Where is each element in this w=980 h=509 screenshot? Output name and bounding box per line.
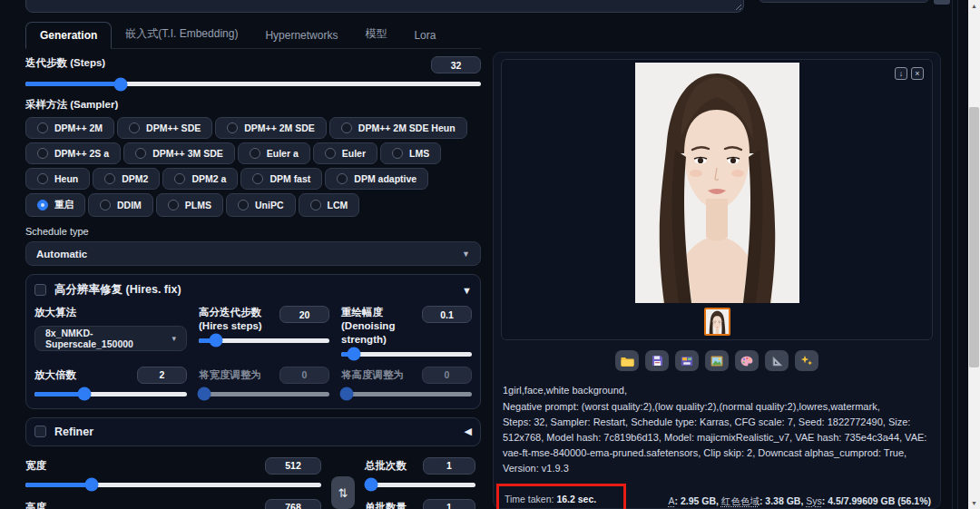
styles-apply-button[interactable] (934, 0, 950, 5)
tab-generation[interactable]: Generation (25, 22, 112, 49)
radio-icon (129, 122, 140, 133)
sampler-option-dpmpp-2m-sde[interactable]: DPM++ 2M SDE (215, 117, 327, 139)
close-gallery-button[interactable]: × (911, 67, 924, 80)
steps-label: 迭代步数 (Steps) (25, 56, 105, 70)
batch-count-input[interactable]: 1 (423, 457, 475, 475)
radio-selected-icon (37, 200, 48, 210)
sampler-option-label: DPM2 a (191, 173, 226, 184)
denoising-slider[interactable] (341, 352, 472, 357)
schedule-type-label: Schedule type (25, 226, 481, 237)
sampler-option-restart[interactable]: 重启 (25, 193, 85, 217)
radio-icon (238, 200, 249, 210)
hires-fix-checkbox[interactable] (34, 284, 46, 296)
swap-dimensions-button[interactable]: ⇅ (331, 476, 355, 509)
resize-width-input: 0 (279, 367, 329, 384)
hires-steps-slider[interactable] (199, 338, 329, 343)
send-to-img2img-button[interactable] (705, 350, 729, 371)
collapse-icon[interactable]: ▼ (462, 285, 472, 296)
page-scrollbar[interactable]: ▲ ▼ (968, 0, 980, 509)
sampler-option-dpmpp-2m-sde-heun[interactable]: DPM++ 2M SDE Heun (329, 117, 467, 139)
batch-size-input[interactable]: 1 (423, 499, 475, 509)
sampler-option-label: DPM adaptive (354, 173, 416, 184)
sampler-option-label: DPM++ 2M SDE Heun (358, 122, 456, 133)
tab-ti-embedding[interactable]: 嵌入式(T.I. Embedding) (112, 20, 251, 48)
radio-icon (341, 122, 352, 133)
scroll-down-icon[interactable]: ▼ (968, 497, 980, 509)
mem-reserved-value: : 3.38 GB, (760, 495, 806, 506)
refiner-checkbox[interactable] (34, 426, 46, 437)
panel-gutter (952, 0, 958, 509)
info-prompt: 1girl,face,white background, (503, 383, 931, 398)
send-to-extras-button[interactable] (765, 350, 789, 371)
upscaler-cell: 放大算法 8x_NMKD-Superscale_150000 ▾ (34, 306, 187, 357)
time-taken-label: Time taken: (505, 494, 554, 504)
sampler-option-plms[interactable]: PLMS (156, 193, 223, 217)
thumbnail-selected[interactable] (704, 308, 730, 336)
sampler-option-dpmpp-2s-a[interactable]: DPM++ 2S a (25, 142, 121, 164)
triangle-ruler-icon (771, 356, 783, 367)
sampler-option-label: Euler (342, 148, 366, 159)
tab-checkpoints[interactable]: 模型 (351, 20, 400, 48)
folder-icon (621, 356, 634, 367)
width-slider[interactable] (25, 483, 321, 487)
sampler-option-heun[interactable]: Heun (25, 168, 90, 190)
steps-value-input[interactable]: 32 (431, 56, 481, 73)
radio-icon (37, 122, 48, 133)
upscaler-dropdown[interactable]: 8x_NMKD-Superscale_150000 ▾ (34, 326, 187, 351)
collapse-left-icon[interactable]: ◀ (465, 426, 472, 437)
sampler-option-ddim[interactable]: DDIM (88, 193, 153, 217)
sampler-option-lcm[interactable]: LCM (299, 193, 360, 217)
generation-info: 1girl,face,white background, Negative pr… (501, 381, 933, 509)
download-image-button[interactable]: ↓ (895, 67, 907, 80)
sampler-option-euler-a[interactable]: Euler a (238, 142, 310, 164)
hires-steps-input[interactable]: 20 (279, 306, 329, 323)
sampler-option-label: Heun (54, 173, 78, 184)
sampler-option-dpm2[interactable]: DPM2 (93, 168, 160, 190)
sparkles-icon (800, 355, 813, 367)
width-cell: 宽度 512 (25, 457, 321, 487)
sampler-option-dpm-adaptive[interactable]: DPM adaptive (325, 168, 428, 190)
sampler-option-dpmpp-3m-sde[interactable]: DPM++ 3M SDE (123, 142, 235, 164)
scrollbar-thumb[interactable] (969, 107, 979, 367)
denoising-input[interactable]: 0.1 (422, 306, 472, 323)
styles-input[interactable] (759, 0, 929, 3)
upscale-by-input[interactable]: 2 (137, 367, 187, 384)
mem-reserved-label: 红色色域 (721, 495, 760, 506)
hires-steps-label: 高分迭代步数(Hires steps) (199, 306, 279, 333)
send-to-inpaint-button[interactable] (735, 350, 759, 371)
sampler-option-dpmpp-sde[interactable]: DPM++ SDE (117, 117, 212, 139)
open-folder-button[interactable] (615, 350, 639, 371)
resize-width-cell: 将宽度调整为 0 (199, 367, 329, 396)
resize-grip-icon[interactable] (733, 2, 741, 10)
sampler-option-euler[interactable]: Euler (313, 142, 377, 164)
upscale-button[interactable] (795, 350, 818, 371)
save-zip-button[interactable] (675, 350, 699, 371)
height-input[interactable]: 768 (265, 499, 321, 509)
batch-count-slider[interactable] (365, 483, 475, 487)
save-image-button[interactable] (645, 350, 669, 371)
prompt-textarea[interactable] (25, 0, 744, 13)
output-column: ↓ × (493, 52, 941, 509)
sampler-option-dpm2-a[interactable]: DPM2 a (162, 168, 238, 190)
sampler-option-lms[interactable]: LMS (380, 142, 441, 164)
scroll-up-icon[interactable]: ▲ (968, 0, 980, 12)
memory-usage: A: 2.95 GB, 红色色域: 3.38 GB, Sys: 4.5/7.99… (669, 494, 931, 509)
sampler-label: 采样方法 (Sampler) (25, 98, 481, 112)
generated-image[interactable] (502, 60, 932, 303)
gallery-toolbar (501, 340, 933, 381)
sampler-option-dpmpp-2m[interactable]: DPM++ 2M (25, 117, 114, 139)
sampler-option-dpm-fast[interactable]: DPM fast (240, 168, 322, 190)
radio-icon (310, 200, 321, 210)
schedule-type-dropdown[interactable]: Automatic ▼ (25, 241, 481, 266)
sampler-option-unipc[interactable]: UniPC (226, 193, 296, 217)
tab-hypernetworks[interactable]: Hypernetworks (251, 23, 351, 48)
upscale-by-label: 放大倍数 (34, 368, 76, 382)
radio-icon (252, 173, 263, 184)
radio-icon (250, 148, 260, 159)
resize-height-label: 将高度调整为 (341, 368, 404, 382)
sampler-option-label: DPM++ 3M SDE (152, 148, 223, 159)
width-input[interactable]: 512 (265, 457, 321, 475)
tab-lora[interactable]: Lora (400, 23, 449, 48)
upscale-by-slider[interactable] (34, 392, 187, 396)
steps-slider[interactable] (25, 82, 481, 86)
